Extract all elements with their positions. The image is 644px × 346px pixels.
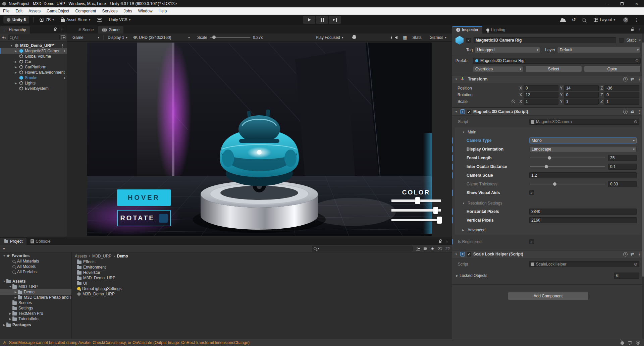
- static-dropdown-icon[interactable]: [639, 39, 641, 42]
- menu-file[interactable]: File: [0, 7, 12, 14]
- hierarchy-item-magnetic3d-camera[interactable]: ▶ Magnetic3D Camer ›: [0, 48, 67, 54]
- tree-packages[interactable]: ▶ Packages: [0, 322, 71, 328]
- scale-slider[interactable]: [210, 37, 250, 38]
- tree-tutorialinfo[interactable]: ▶ TutorialInfo: [0, 316, 71, 322]
- minimize-button[interactable]: [600, 0, 614, 7]
- kebab-menu-icon[interactable]: [637, 252, 641, 256]
- file-effects[interactable]: Effects: [72, 259, 452, 265]
- stats-button[interactable]: Stats: [412, 35, 421, 40]
- foldout-icon[interactable]: ▶: [15, 66, 19, 69]
- locked-objects-count-field[interactable]: 6: [614, 273, 639, 279]
- tab-hierarchy[interactable]: Hierarchy: [0, 26, 30, 34]
- hierarchy-item-lights[interactable]: ▶ Lights: [0, 80, 67, 86]
- menu-edit[interactable]: Edit: [12, 7, 25, 14]
- kebab-menu-icon[interactable]: [445, 239, 449, 243]
- hierarchy-scene-row[interactable]: ▼ M3D_Demo_URP*: [0, 43, 67, 48]
- locked-objects-row[interactable]: ▶ Locked Objects 6: [452, 272, 644, 279]
- camera-type-dropdown[interactable]: Mono: [529, 137, 637, 143]
- select-button[interactable]: Select: [525, 66, 582, 72]
- foldout-icon[interactable]: ▼: [462, 202, 466, 205]
- color-slider-knob[interactable]: [415, 197, 420, 204]
- foldout-icon[interactable]: ▶: [15, 71, 19, 74]
- search-icon[interactable]: [582, 18, 586, 22]
- notifications-muted-icon[interactable]: [621, 341, 624, 344]
- foldout-icon[interactable]: ▶: [13, 291, 18, 294]
- file-demolightingsettings[interactable]: DemoLightingSettings: [72, 286, 452, 291]
- scale-y-field[interactable]: 1: [564, 99, 599, 105]
- object-picker-icon[interactable]: ⊙: [635, 58, 639, 63]
- file-m3d-demo-urp-scene[interactable]: M3D_Demo_URP: [72, 291, 452, 297]
- color-slider-knob[interactable]: [433, 207, 438, 214]
- maximize-button[interactable]: [614, 0, 629, 7]
- tree-m3d-camera-prefab[interactable]: ▶ M3D Camera Prefab and I: [0, 295, 71, 300]
- component-enabled-checkbox[interactable]: ✓: [467, 110, 471, 114]
- asset-store-dropdown[interactable]: Asset Store: [59, 16, 93, 23]
- slider-knob[interactable]: [545, 165, 548, 168]
- kebab-menu-icon[interactable]: [634, 18, 639, 22]
- vertical-pixels-field[interactable]: 2160: [529, 217, 637, 223]
- project-search-input[interactable]: [312, 246, 413, 251]
- display-orientation-dropdown[interactable]: Landscape: [529, 146, 637, 152]
- subscene-icon[interactable]: [61, 36, 65, 39]
- menu-assets[interactable]: Assets: [25, 7, 44, 14]
- console-message-icon[interactable]: [628, 341, 632, 344]
- scale-x-field[interactable]: 1: [524, 99, 558, 105]
- foldout-icon[interactable]: ▼: [455, 78, 458, 81]
- prefab-open-chevron[interactable]: ›: [64, 49, 65, 53]
- active-checkbox[interactable]: ✓: [466, 38, 471, 43]
- kebab-menu-icon[interactable]: [61, 43, 65, 48]
- foldout-icon[interactable]: ▼: [462, 131, 466, 134]
- scale-lock-header[interactable]: ▼ # ✓ Scale Lock Helper (Script) ? ⇄: [452, 250, 644, 258]
- foldout-icon[interactable]: ▼: [10, 44, 15, 47]
- menu-gameobject[interactable]: GameObject: [44, 7, 72, 14]
- unity-vcs-dropdown[interactable]: Unity VCS: [107, 16, 132, 23]
- search-by-type-icon[interactable]: [416, 247, 420, 250]
- status-bar[interactable]: ⚠ SendMessage cannot be called during Aw…: [0, 339, 644, 346]
- menu-jobs[interactable]: Jobs: [120, 7, 135, 14]
- hierarchy-item-hovercarenvironment[interactable]: ▶ HoverCarEnvironment: [0, 70, 67, 75]
- menu-component[interactable]: Component: [72, 7, 99, 14]
- gameobject-name-field[interactable]: Magnetic3D Camera Rig: [474, 37, 616, 43]
- audio-mute-icon[interactable]: [395, 36, 397, 39]
- foldout-icon[interactable]: ▶: [456, 274, 460, 277]
- kebab-menu-icon[interactable]: [637, 27, 641, 32]
- slider-knob[interactable]: [548, 156, 551, 160]
- foldout-icon[interactable]: ▶: [8, 312, 12, 315]
- rotation-y-field[interactable]: 0: [564, 92, 599, 98]
- tree-textmesh-pro[interactable]: ▶ TextMesh Pro: [0, 311, 71, 316]
- foldout-icon[interactable]: ▶: [15, 50, 19, 53]
- tab-game[interactable]: Game: [98, 26, 124, 34]
- resolution-settings-foldout[interactable]: ▼ Resolution Settings: [455, 199, 641, 207]
- account-dropdown[interactable]: ZB: [38, 16, 56, 23]
- tag-dropdown[interactable]: Untagged: [475, 47, 540, 53]
- tree-favorites[interactable]: ▼ ★ Favorites: [0, 253, 71, 258]
- rotate-toggle[interactable]: ROTATE: [117, 210, 171, 226]
- tab-project[interactable]: Project: [0, 238, 26, 245]
- position-z-field[interactable]: -36: [604, 85, 639, 91]
- breadcrumb-m3d-urp[interactable]: M3D_URP: [92, 254, 111, 258]
- menu-window[interactable]: Window: [135, 7, 156, 14]
- step-button[interactable]: [329, 16, 341, 24]
- rotate-checkbox[interactable]: [159, 214, 168, 223]
- prefab-field[interactable]: Magnetic3D Camera Rig ⊙: [473, 58, 641, 64]
- tree-all-materials[interactable]: All Materials: [0, 258, 71, 264]
- status-warning-text[interactable]: SendMessage cannot be called during Awak…: [9, 340, 250, 345]
- overrides-dropdown[interactable]: Overrides: [473, 66, 523, 72]
- position-x-field[interactable]: 0: [524, 85, 558, 91]
- display-popup[interactable]: Display 1: [105, 34, 130, 41]
- inter-ocular-distance-slider[interactable]: [530, 166, 605, 167]
- rotation-x-field[interactable]: 12: [524, 92, 558, 98]
- breadcrumb-assets[interactable]: Assets: [75, 254, 87, 258]
- file-ui[interactable]: UI: [72, 281, 452, 286]
- hierarchy-item-smoke[interactable]: Smoke ›: [0, 75, 67, 80]
- file-m3d-demo-urp-folder[interactable]: M3D_Demo_URP: [72, 275, 452, 281]
- scrollbar-thumb[interactable]: [642, 42, 644, 277]
- gizmo-thickness-slider[interactable]: [530, 184, 605, 184]
- color-slider-knob[interactable]: [437, 217, 442, 224]
- foldout-icon[interactable]: ▶: [8, 318, 12, 321]
- hierarchy-item-eventsystem[interactable]: EventSystem: [0, 86, 67, 91]
- search-by-label-icon[interactable]: [424, 247, 427, 250]
- scale-z-field[interactable]: 1: [604, 99, 639, 105]
- gizmo-thickness-field[interactable]: 0.33: [608, 181, 637, 187]
- scale-slider-knob[interactable]: [212, 36, 216, 39]
